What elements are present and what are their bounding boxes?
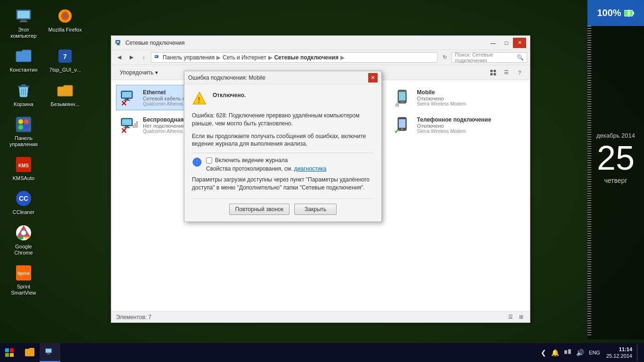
items-count: Элементов: 7 — [116, 314, 151, 321]
chrome-icon — [14, 223, 33, 242]
close-button[interactable]: ✕ — [513, 38, 526, 48]
path-segment-1: Панель управления — [163, 54, 215, 61]
chevron-icon[interactable]: ❮ — [539, 349, 548, 356]
help-button[interactable]: ? — [514, 67, 525, 78]
wireless-icon: ✕ — [120, 115, 139, 134]
view-list-button[interactable]: ☰ — [506, 313, 515, 321]
refresh-button[interactable]: ↻ — [439, 52, 450, 63]
search-box[interactable]: Поиск: Сетевые подключения 🔍 — [452, 52, 527, 63]
lang-label[interactable]: ENG — [587, 350, 602, 355]
retry-button[interactable]: Повторный звонок — [229, 204, 289, 215]
svg-point-17 — [24, 125, 29, 130]
desktop-icon-control-panel[interactable]: Панель управления — [5, 113, 42, 149]
mobile-info: Mobile Отключено Sierra Wireless Modem — [417, 89, 521, 107]
control-panel-icon — [14, 115, 33, 134]
desktop-icon-7tsp[interactable]: 7 7tsp_GUI_v... — [46, 45, 84, 75]
nav-back-button[interactable]: ◀ — [114, 52, 124, 63]
status-bar: Элементов: 7 ☰ ⊞ — [111, 311, 530, 322]
7tsp-icon: 7 — [56, 47, 74, 66]
svg-rect-66 — [399, 119, 405, 128]
connection-mobile[interactable]: 🖨 Mobile Отключено Sierra Wireless Modem — [390, 85, 525, 110]
desktop-icon-trash[interactable]: Корзина — [5, 79, 42, 109]
ccleaner-icon: CC — [14, 189, 33, 208]
ethernet-icon: ✕ — [120, 88, 139, 107]
desktop-icon-ccleaner[interactable]: CC CCleaner — [5, 187, 42, 217]
desktop-icon-kmsauto[interactable]: KMS KMSAuto — [5, 153, 42, 183]
clock[interactable]: 11:14 25.12.2014 — [603, 346, 635, 360]
desktop-icon-konstantin[interactable]: Константин — [5, 45, 42, 75]
svg-rect-55 — [132, 125, 134, 128]
start-button[interactable] — [0, 343, 19, 362]
log-checkbox[interactable] — [206, 157, 212, 164]
titlebar-left: Сетевые подключения — [115, 39, 185, 47]
taskbar-item-explorer[interactable] — [19, 343, 40, 362]
nav-forward-button[interactable]: ▶ — [126, 52, 137, 63]
explorer-icon — [24, 347, 34, 357]
organize-button[interactable]: Упорядочить ▾ — [116, 67, 162, 78]
dialog-info-text: Если вы продолжаете получать сообщения о… — [192, 132, 374, 148]
svg-point-24 — [21, 230, 26, 235]
battery-icon — [624, 9, 635, 17]
svg-text:KMS: KMS — [18, 163, 29, 168]
control-panel-label: Панель управления — [7, 135, 41, 148]
path-sep-1: ▶ — [216, 54, 221, 61]
view-icon — [490, 69, 496, 76]
start-icon — [5, 348, 14, 357]
svg-rect-38 — [122, 92, 132, 98]
maximize-button[interactable]: □ — [500, 38, 513, 48]
dialog-status: Отключено. — [213, 91, 246, 99]
svg-rect-83 — [10, 348, 14, 352]
close-button[interactable]: Закрыть — [294, 204, 337, 215]
taskbar-item-network[interactable] — [40, 343, 60, 362]
svg-rect-30 — [116, 45, 120, 45]
phone-icon: ✓ — [394, 115, 413, 134]
minimize-button[interactable]: — — [487, 38, 500, 48]
dialog-buttons: Повторный звонок Закрыть — [192, 198, 374, 215]
diagnostics-link[interactable]: диагностика — [294, 165, 326, 172]
clock-date: 25.12.2014 — [606, 353, 632, 359]
view-grid-button[interactable]: ⊞ — [517, 313, 525, 321]
taskbar-right: ❮ 🔔 🔊 ENG 11:14 25.12.2014 — [539, 343, 644, 362]
dialog-titlebar: Ошибка подключения: Mobile ✕ — [184, 71, 381, 84]
icons-row-1: Этот компьютер Mozilla Firefox — [5, 5, 84, 41]
notification-icon[interactable]: 🔔 — [550, 349, 561, 356]
desktop-icon-sprint[interactable]: Sprint Sprint SmartView — [5, 262, 42, 298]
nav-up-button[interactable]: ↑ — [139, 52, 149, 63]
chrome-label: Google Chrome — [7, 244, 41, 256]
svg-point-49 — [401, 101, 403, 103]
view-toggle-button[interactable] — [487, 67, 499, 78]
svg-text:🖨: 🖨 — [395, 101, 400, 107]
computer-icon — [14, 7, 33, 25]
details-button[interactable]: ☰ — [501, 67, 512, 78]
window-controls: — □ ✕ — [487, 38, 526, 48]
icons-row-7: Google Chrome — [5, 222, 84, 258]
connection-phone[interactable]: ✓ Телефонное подключение Отключено Sierr… — [390, 112, 525, 138]
window-title: Сетевые подключения — [125, 40, 185, 46]
kmsauto-label: KMSAuto — [13, 175, 34, 181]
log-checkbox-label: Включить ведение журнала — [215, 157, 288, 164]
warning-icon: ! — [192, 91, 207, 106]
ccleaner-label: CCleaner — [13, 209, 34, 215]
desktop-icon-my-computer[interactable]: Этот компьютер — [5, 5, 42, 41]
volume-icon[interactable]: 🔊 — [575, 349, 586, 356]
svg-rect-89 — [47, 354, 50, 354]
konstantin-label: Константин — [10, 67, 37, 73]
svg-rect-91 — [568, 349, 571, 354]
network-tray-icon[interactable] — [562, 348, 573, 357]
network-tray-svg — [564, 348, 571, 356]
sprint-icon: Sprint — [14, 263, 33, 282]
toolbar-right: ☰ ? — [487, 67, 525, 78]
dialog-params-text: Параметры загрузки доступны через пункт … — [192, 176, 374, 192]
battery-percent: 100% — [597, 8, 621, 18]
dialog-close-button[interactable]: ✕ — [368, 73, 378, 82]
path-icon — [154, 54, 161, 61]
address-path[interactable]: Панель управления ▶ Сеть и Интернет ▶ Се… — [151, 52, 438, 63]
desktop-icon-bezymyann[interactable]: Безымянн... — [46, 79, 84, 109]
desktop-icon-chrome[interactable]: Google Chrome — [5, 222, 42, 258]
icons-row-4: Панель управления — [5, 113, 84, 149]
svg-rect-13 — [16, 117, 31, 132]
show-desktop-icon[interactable] — [637, 344, 640, 361]
path-sep-2: ▶ — [268, 54, 272, 61]
window-icon — [115, 39, 123, 47]
desktop-icon-firefox[interactable]: Mozilla Firefox — [46, 5, 84, 41]
